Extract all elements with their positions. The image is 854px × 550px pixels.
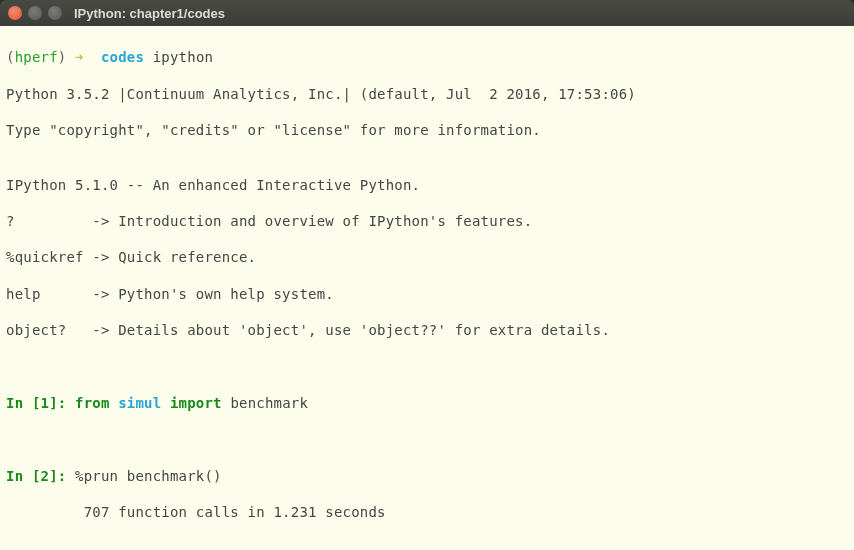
- minimize-icon[interactable]: [28, 6, 42, 20]
- in-label: In [2]:: [6, 468, 75, 484]
- banner-line: ? -> Introduction and overview of IPytho…: [6, 212, 848, 230]
- shell-prompt: (hperf) ➜ codes ipython: [6, 48, 848, 66]
- banner-line: Python 3.5.2 |Continuum Analytics, Inc.|…: [6, 85, 848, 103]
- banner-line: %quickref -> Quick reference.: [6, 248, 848, 266]
- banner-line: object? -> Details about 'object', use '…: [6, 321, 848, 339]
- in2-command: %prun benchmark(): [75, 468, 222, 484]
- banner-line: IPython 5.1.0 -- An enhanced Interactive…: [6, 176, 848, 194]
- module-name: simul: [118, 395, 161, 411]
- kw-import: import: [161, 395, 230, 411]
- prompt-arrow-icon: ➜: [66, 49, 92, 65]
- blank-line: [6, 430, 848, 448]
- imported-name: benchmark: [230, 395, 308, 411]
- prompt-dir: codes: [92, 49, 144, 65]
- blank-line: [6, 539, 848, 550]
- shell-command: ipython: [144, 49, 213, 65]
- titlebar: IPython: chapter1/codes: [0, 0, 854, 26]
- banner-line: Type "copyright", "credits" or "license"…: [6, 121, 848, 139]
- venv-open: (: [6, 49, 15, 65]
- in-label: In [1]:: [6, 395, 75, 411]
- kw-from: from: [75, 395, 118, 411]
- terminal[interactable]: (hperf) ➜ codes ipython Python 3.5.2 |Co…: [0, 26, 854, 550]
- venv-name: hperf: [15, 49, 58, 65]
- close-icon[interactable]: [8, 6, 22, 20]
- blank-line: [6, 357, 848, 375]
- window-title: IPython: chapter1/codes: [74, 6, 225, 21]
- in-2: In [2]: %prun benchmark(): [6, 467, 848, 485]
- banner-line: help -> Python's own help system.: [6, 285, 848, 303]
- maximize-icon[interactable]: [48, 6, 62, 20]
- prun-summary: 707 function calls in 1.231 seconds: [6, 503, 848, 521]
- in-1: In [1]: from simul import benchmark: [6, 394, 848, 412]
